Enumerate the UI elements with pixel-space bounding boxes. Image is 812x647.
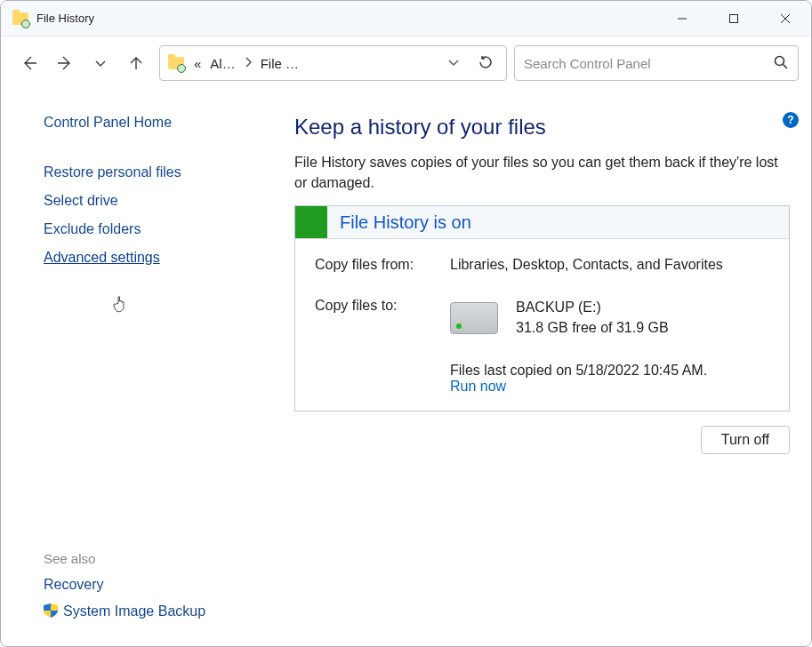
status-header: File History is on (295, 206, 789, 239)
nav-arrows (13, 52, 152, 74)
copy-from-value: Libraries, Desktop, Contacts, and Favori… (450, 257, 723, 273)
address-seg1[interactable]: Al… (210, 56, 235, 71)
close-button[interactable] (760, 1, 811, 36)
sidebar-link-advanced-settings[interactable]: Advanced settings (44, 250, 241, 266)
copy-to-row: Copy files to: BACKUP (E:) 31.8 GB free … (315, 298, 769, 338)
destination-space: 31.8 GB free of 31.9 GB (516, 318, 669, 338)
see-also-recovery[interactable]: Recovery (44, 577, 241, 593)
back-button[interactable] (19, 52, 40, 74)
last-copied-block: Files last copied on 5/18/2022 10:45 AM.… (450, 363, 769, 395)
address-prefix: « (194, 56, 201, 71)
status-body: Copy files from: Libraries, Desktop, Con… (295, 239, 789, 411)
turn-off-row: Turn off (294, 411, 790, 454)
control-panel-home-link[interactable]: Control Panel Home (44, 115, 241, 131)
window-controls (656, 1, 811, 36)
turn-off-button[interactable]: Turn off (701, 426, 790, 454)
drive-icon (450, 302, 498, 334)
sidebar-link-select-drive[interactable]: Select drive (44, 193, 241, 209)
main-panel: Keep a history of your files File Histor… (259, 90, 811, 646)
page-description: File History saves copies of your files … (294, 152, 790, 193)
help-button[interactable]: ? (783, 112, 799, 128)
status-panel: File History is on Copy files from: Libr… (294, 205, 790, 411)
up-button[interactable] (125, 52, 147, 74)
search-box[interactable] (514, 45, 799, 81)
address-icon (167, 54, 185, 72)
copy-from-row: Copy files from: Libraries, Desktop, Con… (315, 257, 769, 273)
refresh-button[interactable] (472, 54, 499, 73)
content-area: Control Panel Home Restore personal file… (1, 90, 811, 646)
see-also-system-image-backup-label: System Image Backup (63, 603, 205, 619)
copy-to-label: Copy files to: (315, 298, 430, 314)
address-bar[interactable]: « Al… File … (159, 45, 507, 81)
last-copied-text: Files last copied on 5/18/2022 10:45 AM. (450, 363, 769, 379)
minimize-button[interactable] (656, 1, 708, 36)
shield-icon (44, 603, 58, 618)
maximize-button[interactable] (708, 1, 760, 36)
sidebar: Control Panel Home Restore personal file… (1, 90, 259, 646)
see-also-system-image-backup[interactable]: System Image Backup (44, 603, 241, 619)
app-icon (12, 10, 29, 28)
destination-block: BACKUP (E:) 31.8 GB free of 31.9 GB (450, 298, 669, 338)
forward-button[interactable] (54, 52, 76, 74)
run-now-link[interactable]: Run now (450, 379, 506, 394)
page-heading: Keep a history of your files (294, 115, 790, 140)
svg-rect-1 (730, 14, 738, 22)
address-dropdown[interactable] (444, 56, 463, 71)
search-input[interactable] (524, 56, 766, 71)
see-also-title: See also (44, 551, 241, 566)
title-bar: File History (1, 1, 811, 36)
sidebar-link-restore[interactable]: Restore personal files (44, 164, 241, 180)
recent-dropdown[interactable] (90, 52, 111, 74)
copy-from-label: Copy files from: (315, 257, 430, 273)
svg-point-4 (776, 56, 784, 65)
status-title: File History is on (327, 212, 471, 233)
address-seg2[interactable]: File … (261, 56, 299, 71)
status-on-icon (295, 206, 327, 238)
chevron-right-icon[interactable] (245, 57, 252, 70)
window-title: File History (36, 12, 94, 25)
destination-text: BACKUP (E:) 31.8 GB free of 31.9 GB (516, 298, 669, 338)
see-also-block: See also Recovery System Image Backup (44, 551, 241, 628)
svg-line-5 (784, 64, 788, 68)
toolbar: « Al… File … (1, 36, 811, 90)
search-icon[interactable] (773, 54, 789, 73)
sidebar-link-exclude-folders[interactable]: Exclude folders (44, 221, 241, 237)
destination-name: BACKUP (E:) (516, 298, 669, 317)
